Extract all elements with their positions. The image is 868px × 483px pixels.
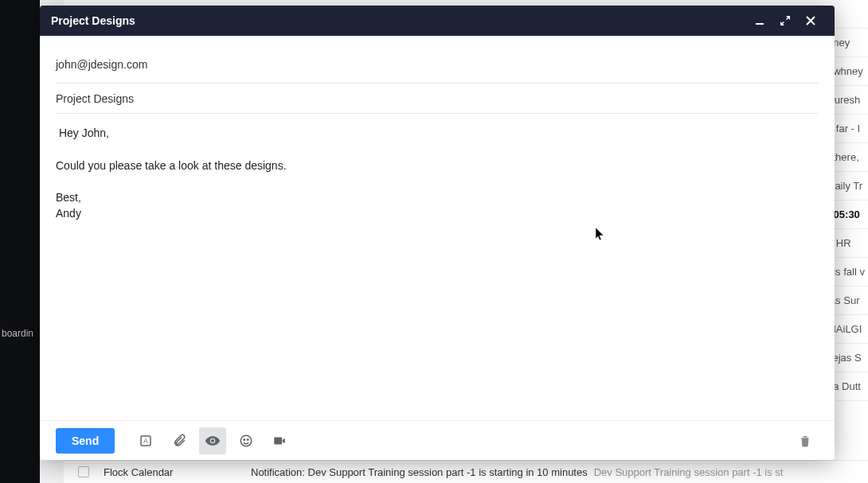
- svg-point-3: [240, 435, 252, 446]
- compose-title: Project Designs: [51, 14, 747, 27]
- svg-point-4: [244, 438, 245, 440]
- row-sender: Flock Calendar: [104, 466, 251, 478]
- send-button[interactable]: Send: [56, 428, 115, 454]
- compose-window: Project Designs john@jdesign.com Project…: [40, 6, 835, 460]
- emoji-icon[interactable]: [233, 427, 260, 454]
- sidebar-peek-text: boardin: [2, 328, 33, 339]
- to-value: john@jdesign.com: [56, 58, 147, 71]
- expand-icon[interactable]: [772, 8, 798, 33]
- read-receipt-icon[interactable]: [199, 427, 226, 454]
- subject-field[interactable]: Project Designs: [56, 84, 819, 114]
- to-field[interactable]: john@jdesign.com: [56, 45, 819, 84]
- subject-value: Project Designs: [56, 92, 134, 105]
- row-subject: Notification: Dev Support Training sessi…: [251, 466, 588, 478]
- svg-text:A: A: [143, 438, 148, 445]
- inbox-row[interactable]: Flock Calendar Notification: Dev Support…: [64, 460, 868, 483]
- row-checkbox[interactable]: [78, 466, 89, 477]
- app-sidebar: [0, 0, 40, 483]
- discard-icon[interactable]: [792, 427, 819, 454]
- attach-icon[interactable]: [166, 427, 193, 454]
- compose-titlebar[interactable]: Project Designs: [40, 6, 835, 36]
- compose-body[interactable]: Hey John, Could you please take a look a…: [56, 114, 819, 222]
- format-icon[interactable]: A: [132, 427, 159, 454]
- svg-point-5: [248, 438, 249, 440]
- minimize-icon[interactable]: [747, 8, 772, 33]
- svg-rect-0: [756, 23, 764, 25]
- row-snippet: Dev Support Training session part -1 is …: [594, 466, 784, 478]
- video-icon[interactable]: [266, 427, 293, 454]
- close-icon[interactable]: [798, 8, 823, 33]
